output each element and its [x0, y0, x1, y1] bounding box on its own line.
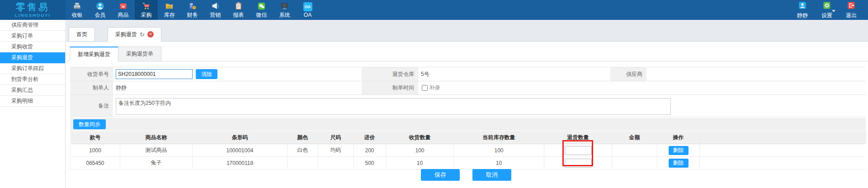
cell-size: 均码 [318, 144, 354, 157]
menu-label: 采购 [141, 11, 152, 19]
return-qty-input[interactable] [565, 159, 592, 168]
creator-value: 静静 [113, 81, 362, 94]
col-barcode: 条形码 [193, 131, 288, 144]
menu-label: 收银 [72, 11, 83, 19]
return-qty-input[interactable] [565, 146, 592, 155]
table-row: 065450 兔子 170000118 500 10 10 删除 [71, 157, 866, 169]
topbar: 零售易 LINGSHOUYI 收银 会员 商品 采购 库存 财务 营 [0, 0, 868, 20]
sidebar-item-purchase-order-tracking[interactable]: 采购订单跟踪 [0, 63, 65, 74]
subtab-new-purchase-return[interactable]: 新增采购退货 [70, 47, 118, 61]
user-menu[interactable]: 静静 [790, 0, 815, 20]
footer-actions: 保存 取消 [66, 169, 866, 181]
cash-register-icon [72, 1, 82, 11]
sidebar-item-purchase-detail[interactable]: 采购明细 [0, 96, 65, 107]
cell-received: 10 [386, 157, 454, 169]
sidebar-item-purchase-return[interactable]: 采购退货 [0, 52, 65, 63]
menu-label: 库存 [164, 11, 175, 19]
logout-button[interactable]: 退出 [839, 0, 863, 20]
menu-item-marketing[interactable]: 营销 [204, 0, 227, 20]
return-form: 收货单号 清除 退货仓库 5号 供应商 制单人 静静 制单时间 补录 备注 备注… [70, 67, 866, 117]
save-button[interactable]: 保存 [421, 169, 460, 181]
cell-received: 100 [386, 144, 454, 157]
settings-label: 设置 [821, 12, 832, 19]
remark-label: 备注 [70, 95, 113, 117]
logout-icon [847, 1, 856, 11]
tab-purchase-return[interactable]: 采购退货 [108, 27, 161, 42]
cell-product-name: 兔子 [120, 157, 193, 169]
cell-size [318, 157, 354, 169]
menu-item-member[interactable]: 会员 [89, 0, 112, 20]
cell-barcode: 170000118 [193, 157, 288, 169]
menu-item-goods[interactable]: 商品 [112, 0, 135, 20]
tab-home[interactable]: 首页 [69, 27, 95, 42]
logout-label: 退出 [846, 12, 857, 19]
col-current-stock-qty: 当前库存数量 [454, 131, 544, 144]
receipt-no-input[interactable] [116, 69, 193, 79]
wechat-icon [257, 1, 266, 11]
close-icon[interactable] [147, 31, 154, 38]
app-title: 零售易 [16, 2, 50, 12]
remark-textarea[interactable]: 备注长度为250字符内 [116, 98, 671, 115]
cell-price: 500 [354, 157, 386, 169]
menu-item-system[interactable]: 系统 [273, 0, 296, 20]
oa-icon: OA [303, 2, 312, 11]
app-logo: 零售易 LINGSHOUYI [0, 0, 66, 20]
user-icon [798, 1, 807, 11]
col-return-qty: 退货数量 [544, 131, 612, 144]
marketing-icon [211, 1, 220, 11]
menu-label: 营销 [210, 11, 221, 19]
col-filler [700, 131, 866, 144]
menu-item-wechat[interactable]: 微信 [250, 0, 273, 20]
content-area: 首页 采购退货 新增采购退货 采购退货单 收货单号 清除 退货仓库 5号 供应商… [66, 20, 868, 188]
creator-label: 制单人 [70, 81, 113, 94]
inventory-icon [165, 1, 174, 11]
cell-style-no: 065450 [71, 157, 120, 169]
col-style-no: 款号 [71, 131, 120, 144]
tab-strip: 首页 采购退货 [66, 20, 868, 42]
cell-amount [612, 157, 657, 169]
menu-label: 财务 [187, 11, 198, 19]
main-menu: 收银 会员 商品 采购 库存 财务 营销 报表 [66, 0, 319, 20]
table-row: 1000 测试商品 100001004 白色 均码 200 100 100 删除 [71, 144, 866, 157]
table-toolbar: 数量同步 [70, 118, 866, 131]
goods-icon [118, 1, 128, 11]
settings-menu[interactable]: 设置 [815, 0, 839, 20]
cell-amount [612, 144, 657, 157]
menu-label: 微信 [256, 11, 267, 19]
return-items-table: 款号 商品名称 条形码 颜色 尺码 进价 收货数量 当前库存数量 退货数量 金额… [70, 131, 866, 169]
menu-item-report[interactable]: 报表 [227, 0, 250, 20]
sidebar-item-arrival-rate-analysis[interactable]: 到货率分析 [0, 74, 65, 85]
supplier-label: 供应商 [610, 67, 646, 81]
delete-button[interactable]: 删除 [669, 159, 689, 168]
menu-item-purchase[interactable]: 采购 [135, 0, 158, 20]
cancel-button[interactable]: 取消 [472, 169, 511, 181]
sidebar: 供应商管理 采购订单 采购收货 采购退货 采购订单跟踪 到货率分析 采购汇总 采… [0, 20, 66, 188]
subtab-purchase-return-list[interactable]: 采购退货单 [118, 47, 161, 61]
menu-label: 商品 [118, 11, 129, 19]
tab-label: 采购退货 [115, 31, 137, 38]
clear-button[interactable]: 清除 [196, 69, 217, 79]
sidebar-item-supplier-management[interactable]: 供应商管理 [0, 20, 65, 31]
gear-icon [822, 1, 831, 11]
menu-label: 报表 [233, 11, 244, 19]
cell-barcode: 100001004 [193, 144, 288, 157]
member-icon [95, 1, 105, 11]
cell-product-name: 测试商品 [120, 144, 193, 157]
menu-item-cashier[interactable]: 收银 [66, 0, 89, 20]
username: 静静 [797, 12, 808, 19]
sidebar-item-purchase-order[interactable]: 采购订单 [0, 31, 65, 42]
sidebar-item-purchase-summary[interactable]: 采购汇总 [0, 85, 65, 96]
warehouse-label: 退货仓库 [362, 67, 418, 81]
sidebar-item-purchase-receipt[interactable]: 采购收货 [0, 42, 65, 52]
table-header-row: 款号 商品名称 条形码 颜色 尺码 进价 收货数量 当前库存数量 退货数量 金额… [71, 131, 866, 144]
menu-item-inventory[interactable]: 库存 [158, 0, 181, 20]
tab-label: 首页 [76, 31, 87, 38]
col-product-name: 商品名称 [120, 131, 193, 144]
quantity-sync-button[interactable]: 数量同步 [73, 119, 106, 129]
menu-item-oa[interactable]: OA OA [296, 0, 319, 20]
refresh-icon[interactable] [140, 32, 145, 38]
delete-button[interactable]: 删除 [669, 146, 689, 155]
menu-item-finance[interactable]: 财务 [181, 0, 204, 20]
warehouse-value: 5号 [418, 67, 610, 81]
supplement-checkbox[interactable] [422, 85, 428, 91]
